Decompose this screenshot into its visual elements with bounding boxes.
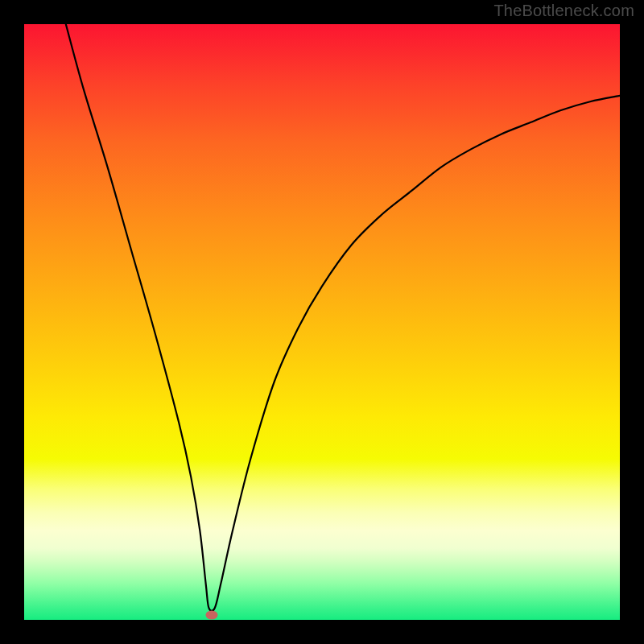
watermark-text: TheBottleneck.com <box>493 2 634 20</box>
plot-area <box>24 24 620 620</box>
bottleneck-curve <box>24 24 620 620</box>
optimal-point-marker <box>206 611 218 620</box>
